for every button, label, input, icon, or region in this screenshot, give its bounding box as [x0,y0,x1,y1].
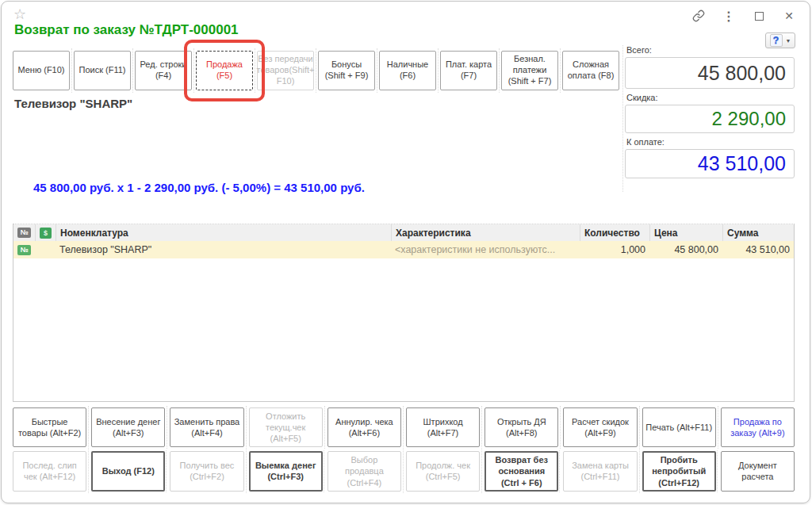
quick-goods-button[interactable]: Быстрые товары (Alt+F2) [13,407,86,447]
header-sum[interactable]: Сумма [722,224,794,241]
due-label: К оплате: [626,137,795,147]
page-title: Возврат по заказу №ТДРТ-000001 [14,22,239,38]
row-characteristic: <характеристики не используютс... [391,241,580,258]
exit-button[interactable]: Выход (F12) [91,451,165,492]
row-price: 45 800,00 [649,241,722,258]
deposit-money-button[interactable]: Внесение денег (Alt+F3) [91,407,165,447]
items-table: № $ Номенклатура Характеристика Количест… [13,224,795,402]
postpone-receipt-button: Отложить текущ.чек (Alt+F5) [249,407,323,447]
close-icon[interactable]: ✕ [783,10,795,22]
settlement-document-button[interactable]: Документ расчета [721,451,795,492]
table-row[interactable]: № Телевизор "SHARP" <характеристики не и… [13,241,794,258]
row-quantity: 1,000 [580,241,649,258]
header-icon-cell[interactable]: $ [35,224,56,241]
complex-payment-button[interactable]: Сложная оплата (F8) [562,51,619,90]
sale-by-order-button[interactable]: Продажа по заказу (Alt+9) [721,407,795,447]
menu-button[interactable]: Меню (F10) [13,51,70,90]
get-weight-button: Получить вес (Ctrl+F2) [170,451,243,492]
vertical-separator [622,45,623,192]
change-rights-button[interactable]: Заменить права (Alt+F4) [170,407,243,447]
header-num-cell[interactable]: № [13,224,35,241]
bottom-button-row-1: Быстрые товары (Alt+F2) Внесение денег (… [13,407,795,447]
calc-discounts-button[interactable]: Расчет скидок (Alt+F9) [563,407,637,447]
search-button[interactable]: Поиск (F11) [74,51,131,90]
header-price[interactable]: Цена [649,224,722,241]
more-menu-icon[interactable]: ⋮ [722,10,735,22]
bonuses-button[interactable]: Бонусы (Shift + F9) [318,51,375,90]
select-seller-button: Выбор продавца (Ctrl+F4) [327,451,401,492]
cashless-payments-button[interactable]: Безнал. платежи (Shift + F7) [501,51,558,90]
top-command-bar: Меню (F10) Поиск (F11) Ред. строки (F4) … [13,51,619,90]
maximize-icon[interactable] [753,10,765,22]
return-without-basis-button[interactable]: Возврат без основания (Ctrl + F6) [485,451,558,492]
product-name: Телевизор "SHARP" [14,97,132,110]
continue-receipt-button: Продолж. чек (Ctrl+F5) [406,451,480,492]
cancel-receipt-button[interactable]: Аннулир. чека (Alt+F6) [327,407,401,447]
window-controls: ⋮ ✕ [692,10,795,22]
discount-field: 2 290,00 [625,105,795,133]
header-quantity[interactable]: Количество [580,224,649,241]
last-slip-receipt-button: Послед. слип чек (Alt+F12) [13,451,86,492]
withdraw-money-button[interactable]: Выемка денег (Ctrl+F3) [249,451,323,492]
link-icon[interactable] [692,10,705,22]
amount-due-field: 43 510,00 [625,149,795,178]
sale-button[interactable]: Продажа (F5) [196,51,253,90]
replace-card-button: Замена карты (Ctrl+F11) [563,451,637,492]
total-label: Всего: [626,45,795,55]
table-header-row: № $ Номенклатура Характеристика Количест… [13,224,794,241]
header-characteristic[interactable]: Характеристика [391,224,580,241]
row-icon-cell [35,241,56,258]
bottom-button-row-2: Послед. слип чек (Alt+F12) Выход (F12) П… [13,451,795,491]
open-cash-drawer-button[interactable]: Открыть ДЯ (Alt+F8) [485,407,558,447]
pos-window: ☆ ⋮ ✕ ? ▼ Возврат по заказу №ТДРТ-000001… [1,1,810,503]
row-number-icon: № [17,245,30,255]
row-number-icon: № [17,228,30,238]
total-field: 45 800,00 [625,57,795,89]
favorite-star-icon[interactable]: ☆ [13,6,26,23]
cash-button[interactable]: Наличные (F6) [379,51,436,90]
payment-card-button[interactable]: Плат. карта (F7) [440,51,497,90]
price-calculation-line: 45 800,00 руб. x 1 - 2 290,00 руб. (- 5,… [33,181,365,194]
barcode-button[interactable]: Штрихкод (Alt+F7) [406,407,480,447]
no-transfer-button: Без передачи товаров(Shift+ F10) [257,51,314,90]
row-num-cell: № [13,241,35,258]
row-nomenclature: Телевизор "SHARP" [56,241,391,258]
punch-unpunched-button[interactable]: Пробить непробитый (Ctrl+F12) [642,451,716,492]
print-button[interactable]: Печать (Alt+F11) [642,407,716,447]
currency-icon: $ [40,228,52,239]
edit-row-button[interactable]: Ред. строки (F4) [135,51,192,90]
totals-panel: Всего: 45 800,00 Скидка: 2 290,00 К опла… [625,41,795,178]
discount-label: Скидка: [626,93,795,102]
row-sum: 43 510,00 [722,241,794,258]
header-nomenclature[interactable]: Номенклатура [56,224,391,241]
